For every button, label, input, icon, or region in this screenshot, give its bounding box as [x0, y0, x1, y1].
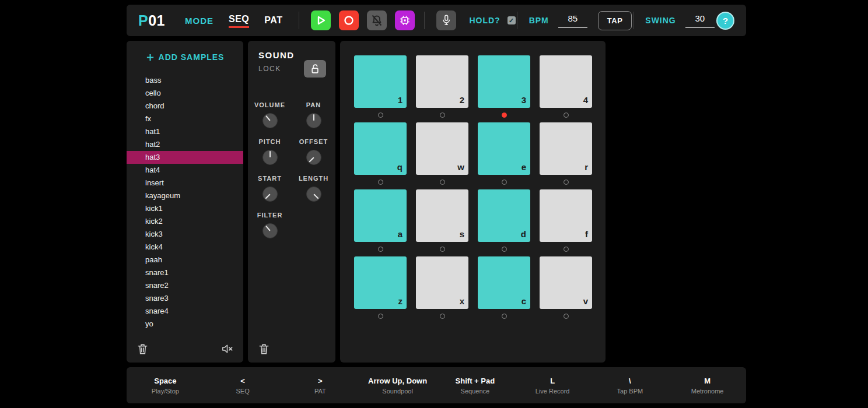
pad[interactable]: d [478, 189, 530, 242]
sample-item[interactable]: hat1 [127, 125, 243, 138]
help-button[interactable]: ? [716, 12, 734, 30]
sample-item[interactable]: snare4 [127, 305, 243, 318]
pad-cell: 3 [478, 55, 530, 118]
pad-grid: 1 2 3 4 q w e [354, 55, 592, 319]
sample-item[interactable]: snare3 [127, 292, 243, 305]
step-indicator [378, 112, 383, 118]
sample-item[interactable]: fx [127, 112, 243, 125]
step-indicator [502, 247, 507, 252]
sample-item[interactable]: hat2 [127, 138, 243, 151]
sample-item[interactable]: kick3 [127, 228, 243, 241]
record-circle-icon [341, 13, 356, 28]
sample-item[interactable]: kick4 [127, 241, 243, 254]
shortcut-desc: Sequence [461, 388, 490, 395]
swing-input[interactable] [685, 13, 715, 28]
sample-item[interactable]: cello [127, 87, 243, 100]
pad[interactable]: s [416, 189, 468, 242]
pad[interactable]: 2 [416, 55, 468, 108]
pad[interactable]: 3 [478, 55, 530, 108]
step-indicator [440, 112, 445, 118]
pad[interactable]: a [354, 189, 407, 242]
pad[interactable]: z [354, 256, 407, 309]
sample-list: bass cello chord fx hat1 hat2 hat3 hat4 … [127, 74, 243, 330]
mute-sample-button[interactable] [220, 342, 234, 356]
play-triangle-icon [313, 13, 328, 28]
pad[interactable]: w [416, 122, 468, 175]
pad-cell: d [478, 189, 530, 252]
sample-item[interactable]: kayageum [127, 189, 243, 202]
metronome-off-button[interactable] [367, 10, 387, 30]
step-indicator [564, 112, 569, 118]
pad-cell: e [478, 122, 530, 185]
shortcut-key: Space [154, 377, 176, 385]
pan-knob[interactable]: PAN [292, 101, 335, 128]
step-indicator [440, 180, 445, 185]
logo-p: P [138, 12, 148, 29]
sample-item[interactable]: paah [127, 254, 243, 266]
pad[interactable]: c [478, 256, 530, 309]
mic-button[interactable] [436, 10, 456, 30]
sound-panel: SOUND LOCK VOLUME PAN PITCH OFFSET START [248, 41, 335, 363]
pad[interactable]: v [540, 256, 592, 309]
sample-item[interactable]: kick2 [127, 215, 243, 228]
pad[interactable]: f [540, 189, 592, 242]
pad[interactable]: r [540, 122, 592, 175]
shortcut-desc: Live Record [536, 388, 570, 395]
step-indicator [502, 180, 507, 185]
knob-dial[interactable] [262, 150, 278, 165]
bell-slash-icon [370, 13, 384, 27]
pitch-knob[interactable]: PITCH [248, 138, 292, 165]
knob-dial[interactable] [306, 113, 321, 128]
step-indicator [564, 314, 569, 319]
delete-sample-button[interactable] [136, 342, 149, 356]
knob-dial[interactable] [306, 150, 321, 165]
filter-knob[interactable]: FILTER [248, 212, 292, 238]
pad[interactable]: 1 [354, 55, 407, 108]
pad[interactable]: 4 [540, 55, 592, 108]
speaker-muted-icon [220, 349, 234, 357]
shortcut-key: M [704, 377, 710, 385]
offset-knob[interactable]: OFFSET [292, 138, 335, 165]
knob-dial[interactable] [262, 187, 278, 202]
pad-key-label: v [583, 296, 588, 306]
knob-dial[interactable] [306, 187, 321, 202]
volume-knob[interactable]: VOLUME [248, 101, 292, 128]
sample-item[interactable]: snare2 [127, 279, 243, 292]
pad[interactable]: x [416, 256, 468, 309]
sample-item[interactable]: hat3 [127, 151, 243, 164]
trash-icon [257, 349, 271, 357]
sample-item[interactable]: kick1 [127, 202, 243, 215]
sample-item[interactable]: snare1 [127, 266, 243, 279]
hold-checkbox[interactable] [508, 16, 516, 24]
sample-item[interactable]: yo [127, 318, 243, 330]
pad[interactable]: e [478, 122, 530, 175]
shortcut-item: L Live Record [514, 377, 592, 395]
record-button[interactable] [339, 10, 359, 30]
sample-item[interactable]: bass [127, 74, 243, 87]
lock-button[interactable] [304, 60, 326, 78]
sample-item[interactable]: insert [127, 177, 243, 189]
play-button[interactable] [311, 10, 331, 30]
pad[interactable]: q [354, 122, 407, 175]
length-knob[interactable]: LENGTH [292, 175, 335, 202]
tab-pat[interactable]: PAT [264, 14, 282, 27]
shortcut-desc: Play/Stop [152, 388, 179, 395]
pad-cell: z [354, 256, 407, 319]
delete-sound-button[interactable] [257, 342, 271, 356]
knob-indicator [313, 114, 314, 121]
pad-cell: 1 [354, 55, 407, 118]
knob-dial[interactable] [262, 223, 278, 238]
add-samples-button[interactable]: ADD SAMPLES [127, 52, 243, 62]
tab-seq[interactable]: SEQ [229, 13, 249, 28]
tap-button[interactable]: TAP [598, 11, 632, 30]
sample-item[interactable]: hat4 [127, 164, 243, 177]
start-knob[interactable]: START [248, 175, 292, 202]
bpm-input[interactable] [558, 13, 587, 28]
shortcut-item: Space Play/Stop [127, 377, 204, 395]
chip-button[interactable] [395, 10, 415, 30]
knob-dial[interactable] [262, 113, 278, 128]
shortcut-item: < SEQ [204, 377, 282, 395]
shortcut-key: > [318, 377, 323, 385]
sample-item[interactable]: chord [127, 100, 243, 112]
shortcut-item: > PAT [282, 377, 359, 395]
